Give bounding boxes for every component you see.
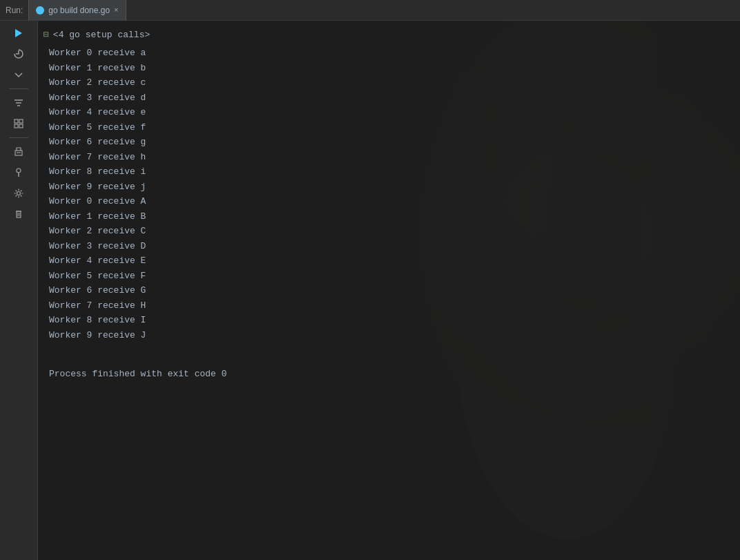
console-line: Worker 2 receive C	[38, 224, 740, 239]
console-line: Worker 2 receive c	[38, 75, 740, 90]
top-bar: Run: go build done.go ×	[0, 0, 740, 21]
toolbar-separator-2	[9, 137, 28, 138]
svg-rect-16	[19, 124, 23, 128]
console-line: Worker 4 receive E	[38, 253, 740, 269]
run-label: Run:	[0, 6, 28, 15]
run-tab[interactable]: go build done.go ×	[28, 0, 126, 21]
process-finished-line: Process finished with exit code 0	[38, 366, 740, 382]
toolbar-separator-1	[9, 88, 28, 89]
console-line: Worker 7 receive H	[38, 298, 740, 313]
print-button[interactable]	[9, 142, 28, 162]
rerun-up-button[interactable]	[9, 44, 28, 64]
svg-rect-22	[17, 211, 21, 218]
play-button[interactable]	[9, 23, 28, 43]
console-line: Worker 0 receive A	[38, 194, 740, 209]
tab-close-button[interactable]: ×	[114, 6, 119, 15]
settings-button[interactable]	[9, 184, 28, 203]
layout-button[interactable]	[9, 114, 28, 133]
console-line: Worker 1 receive B	[38, 209, 740, 224]
console-header-text: <4 go setup calls>	[53, 30, 150, 40]
console-line: Worker 8 receive I	[38, 313, 740, 328]
console-line: Worker 6 receive G	[38, 283, 740, 298]
console-header: ⊟ <4 go setup calls>	[38, 26, 740, 43]
collapse-icon: ⊟	[43, 29, 49, 40]
svg-rect-15	[14, 124, 18, 128]
console-line: Worker 9 receive J	[38, 328, 740, 343]
svg-rect-14	[19, 119, 23, 123]
console-line: Worker 7 receive h	[38, 150, 740, 165]
svg-point-19	[17, 168, 21, 173]
main-container: ⊟ <4 go setup calls> Worker 0 receive aW…	[0, 21, 740, 560]
console-line: Worker 3 receive D	[38, 239, 740, 254]
filter-button[interactable]	[9, 93, 28, 113]
tab-icon	[36, 6, 44, 15]
left-toolbar	[0, 21, 38, 560]
console-lines-container: Worker 0 receive aWorker 1 receive bWork…	[38, 46, 740, 342]
svg-rect-13	[14, 119, 18, 123]
console-line: Worker 8 receive i	[38, 164, 740, 180]
console-line: Worker 0 receive a	[38, 46, 740, 61]
console-line: Worker 1 receive b	[38, 61, 740, 76]
pin-button[interactable]	[9, 163, 28, 182]
console-line: Worker 6 receive g	[38, 135, 740, 150]
console-line: Worker 3 receive d	[38, 90, 740, 106]
console-line: Worker 4 receive e	[38, 105, 740, 120]
console-empty	[38, 342, 740, 366]
console-area[interactable]: ⊟ <4 go setup calls> Worker 0 receive aW…	[38, 21, 740, 560]
arrow-down-button[interactable]	[9, 65, 28, 84]
svg-point-21	[17, 192, 21, 195]
delete-button[interactable]	[9, 204, 28, 224]
console-line: Worker 5 receive F	[38, 269, 740, 284]
tab-title: go build done.go	[48, 6, 110, 15]
console-line: Worker 5 receive f	[38, 120, 740, 135]
svg-marker-9	[15, 29, 22, 37]
console-line: Worker 9 receive j	[38, 180, 740, 195]
